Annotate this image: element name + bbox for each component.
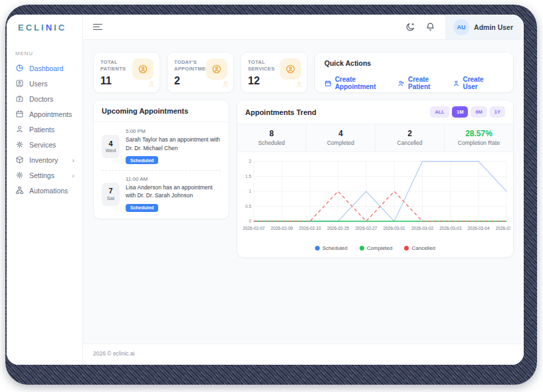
calendar-icon <box>15 110 24 118</box>
sidebar: ECLINIC MENU Dashboard Users Doctors App… <box>7 15 83 365</box>
create-patient-link[interactable]: Create Patient <box>397 76 452 90</box>
qa-link-label: Create Patient <box>408 76 453 90</box>
menu-toggle-button[interactable] <box>93 22 104 32</box>
dashboard-icon <box>15 64 24 72</box>
sidebar-item-label: Appointments <box>29 110 72 118</box>
svg-text:2026-03-01: 2026-03-01 <box>383 226 405 231</box>
trend-chart[interactable]: 2026-02-072026-02-092026-02-102026-02-25… <box>239 156 510 240</box>
sidebar-item-label: Inventory <box>29 156 58 164</box>
stat-iconbox <box>206 58 227 80</box>
appointment-item[interactable]: 4 Wed 5:00 PM Sarah Taylor has an appoin… <box>102 128 221 165</box>
sidebar-item-services[interactable]: Services <box>7 137 82 152</box>
svg-text:2026-02-10: 2026-02-10 <box>299 226 321 231</box>
services-gear-icon <box>15 140 24 149</box>
filter-6m-button[interactable]: 6M <box>471 106 487 118</box>
quick-actions-title: Quick Actions <box>324 59 504 67</box>
appointment-time: 11:00 AM <box>126 176 221 182</box>
footer: 2026 © eclinic.ai <box>83 343 524 365</box>
svg-text:2026-03-02: 2026-03-02 <box>411 226 433 231</box>
date-weekday: Sat <box>107 195 114 201</box>
trend-filters: ALL 1M 6M 1Y <box>430 106 505 118</box>
summary-value: 4 <box>306 129 375 138</box>
person-plus-icon <box>397 80 405 87</box>
chevron-right-icon: › <box>72 171 77 179</box>
qa-link-label: Create User <box>463 76 500 90</box>
inventory-icon <box>15 155 24 164</box>
sidebar-item-label: Patients <box>29 126 54 134</box>
summary-value: 28.57% <box>445 129 513 138</box>
svg-text:2026-02-09: 2026-02-09 <box>271 226 293 231</box>
filter-all-button[interactable]: ALL <box>430 106 449 118</box>
svg-text:2026-03-04: 2026-03-04 <box>468 226 490 231</box>
user-circle-icon <box>211 64 222 74</box>
svg-text:1.5: 1.5 <box>245 174 251 179</box>
person-watermark-icon <box>295 79 303 91</box>
sidebar-item-settings[interactable]: Settings › <box>7 167 82 183</box>
avatar: AU <box>453 19 469 35</box>
copyright-text: 2026 © eclinic.ai <box>93 350 135 357</box>
svg-text:1: 1 <box>249 189 251 193</box>
status-badge: Scheduled <box>126 204 158 212</box>
appointments-trend-panel: Appointments Trend ALL 1M 6M 1Y 8 Schedu… <box>237 100 514 258</box>
topbar: AU Admin User <box>83 15 524 40</box>
person-watermark-icon <box>148 79 156 91</box>
stat-iconbox <box>132 58 154 80</box>
trend-header: Appointments Trend ALL 1M 6M 1Y <box>237 100 513 124</box>
chart-legend: ScheduledCompletedCancelled <box>237 244 513 257</box>
filter-1m-button[interactable]: 1M <box>452 106 468 118</box>
legend-dot <box>315 246 320 250</box>
logo-text: ECLI <box>18 23 46 33</box>
qa-link-label: Create Appointment <box>335 76 397 90</box>
summary-completed: 4 Completed <box>306 124 376 151</box>
summary-label: Completion Rate <box>445 140 513 146</box>
chart-area: 2026-02-072026-02-092026-02-102026-02-25… <box>237 152 513 244</box>
sidebar-item-label: Settings <box>29 171 54 179</box>
user-menu[interactable]: AU Admin User <box>445 15 524 39</box>
appointments-list: 4 Wed 5:00 PM Sarah Taylor has an appoin… <box>94 122 229 219</box>
summary-label: Completed <box>306 140 375 146</box>
date-box: 4 Wed <box>102 135 120 158</box>
legend-item[interactable]: Completed <box>360 245 393 251</box>
summary-cancelled: 2 Cancelled <box>376 124 445 151</box>
legend-item[interactable]: Cancelled <box>404 245 435 251</box>
date-day: 7 <box>108 187 112 195</box>
stats-row: TOTAL PATIENTS 11 TODAY'S APPOINTMENTS 2 <box>93 52 514 93</box>
create-user-link[interactable]: Create User <box>453 76 500 90</box>
appointment-text: Lisa Anderson has an appointment with Dr… <box>126 183 221 201</box>
sidebar-item-patients[interactable]: Patients <box>7 122 82 137</box>
legend-item[interactable]: Scheduled <box>315 245 348 251</box>
patients-icon <box>15 125 24 134</box>
upcoming-title: Upcoming Appointments <box>94 100 229 122</box>
sidebar-item-dashboard[interactable]: Dashboard <box>7 60 82 76</box>
sidebar-item-automations[interactable]: Automations <box>7 183 82 198</box>
create-appointment-link[interactable]: Create Appointment <box>324 76 397 90</box>
panels-row: Upcoming Appointments 4 Wed 5:00 PM Sara… <box>93 100 514 258</box>
svg-text:2026-02-27: 2026-02-27 <box>355 226 377 231</box>
user-circle-icon <box>285 64 296 74</box>
appointment-item[interactable]: 7 Sat 11:00 AM Lisa Anderson has an appo… <box>102 170 221 213</box>
notifications-button[interactable] <box>420 17 440 37</box>
summary-value: 8 <box>237 129 306 138</box>
logo-text-2: IC <box>54 23 66 33</box>
date-weekday: Wed <box>106 147 116 153</box>
sidebar-item-inventory[interactable]: Inventory › <box>7 152 82 167</box>
sidebar-item-label: Dashboard <box>29 64 63 72</box>
filter-1y-button[interactable]: 1Y <box>490 106 505 118</box>
users-icon <box>15 79 24 88</box>
sidebar-item-label: Doctors <box>29 95 53 103</box>
summary-completion-rate: 28.57% Completion Rate <box>445 124 513 151</box>
sidebar-item-users[interactable]: Users <box>7 76 82 91</box>
topbar-right: AU Admin User <box>400 15 524 39</box>
menu-section-label: MENU <box>7 40 82 60</box>
summary-label: Cancelled <box>376 140 444 146</box>
sidebar-item-doctors[interactable]: Doctors <box>7 91 82 106</box>
summary-value: 2 <box>376 129 444 138</box>
dark-mode-toggle[interactable] <box>400 17 420 37</box>
svg-text:2: 2 <box>249 159 251 163</box>
svg-text:2026-02-25: 2026-02-25 <box>327 226 349 231</box>
calendar-plus-icon <box>324 80 332 87</box>
quick-actions-links: Create Appointment Create Patient Create… <box>324 76 504 90</box>
app-window: ECLINIC MENU Dashboard Users Doctors App… <box>7 15 524 365</box>
sidebar-item-appointments[interactable]: Appointments <box>7 106 82 122</box>
person-icon <box>453 80 460 87</box>
